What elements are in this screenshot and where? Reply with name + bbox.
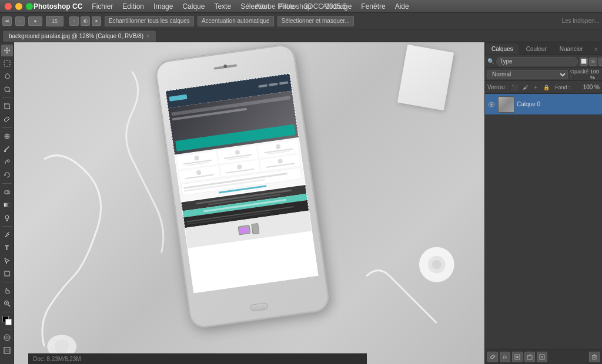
svg-point-7 [7,160,9,162]
sample-options: ○ ◐ ● [69,16,101,26]
lock-position-btn[interactable]: + [531,83,540,92]
menu-affichage[interactable]: Affichage [319,1,356,12]
new-group-btn[interactable] [524,352,535,362]
svg-rect-14 [5,271,9,276]
new-layer-btn[interactable] [537,352,547,362]
phone-mockup [153,43,331,330]
brush-size-field[interactable]: 15 [46,16,63,26]
text-tool-btn[interactable]: T [1,242,13,254]
menu-3d[interactable]: 3D [300,1,317,12]
sample-all-btn[interactable]: Echantillonner tous les calques [105,16,194,26]
layers-panel: 🔍 ⬜ fx T ◻ ⊞ Normal [485,55,602,364]
menu-app[interactable]: Photoshop CC [29,1,86,12]
lock-row: Verrou : ⬛ 🖌 + 🔒 Fond : 100 % [485,81,602,94]
website-content [165,73,318,293]
healing-tool-btn[interactable] [1,130,13,142]
layer-item[interactable]: Calque 0 [485,94,602,115]
filter-fx-icon[interactable]: fx [589,58,597,66]
doc-tab-bar: background paralax.jpg @ 128% (Calque 0,… [0,29,602,42]
eyedropper-tool-btn[interactable] [1,113,13,125]
add-mask-btn[interactable] [512,352,523,362]
close-button[interactable] [5,3,12,10]
brush-mode3-icon[interactable]: ● [92,16,101,26]
pen-tool-btn[interactable] [1,229,13,241]
menu-bar: Photoshop CC Fichier Edition Image Calqu… [29,1,413,12]
brush-mode2-icon[interactable]: ◐ [81,16,90,26]
svg-rect-0 [4,60,10,66]
brush-options-icon[interactable]: · [15,16,25,26]
right-panel: Calques Couleur Nuancier » 🔍 ⬜ fx T ◻ ⊞ [484,42,602,364]
screen-mode-btn[interactable] [1,345,13,356]
menu-edition[interactable]: Edition [118,1,148,12]
menu-selection[interactable]: Sélection [236,1,273,12]
main-layout: T [0,42,602,364]
tool-options-icon: ⇌ [2,16,12,26]
select-mask-btn[interactable]: Sélectionner et masquer... [277,16,354,26]
svg-point-25 [432,260,442,269]
brush-hardness-icon[interactable]: ● [28,16,42,26]
dodge-tool-btn[interactable] [1,212,13,224]
filter-text-icon[interactable]: T [598,58,602,66]
opacity-value[interactable]: 100 % [590,69,600,80]
menu-texte[interactable]: Texte [210,1,235,12]
menu-calque[interactable]: Calque [178,1,209,12]
tab-close-btn[interactable]: × [146,33,150,39]
layer-mode-row: Normal Opacité : 100 % [485,68,602,81]
gradient-tool-btn[interactable] [1,199,13,211]
background-color-swatch[interactable] [5,319,12,325]
zoom-tool-btn[interactable] [1,298,13,309]
hand-tool-btn[interactable] [1,285,13,296]
menu-filtre[interactable]: Filtre [275,1,299,12]
move-tool-btn[interactable] [1,45,13,56]
blend-mode-select[interactable]: Normal [487,70,568,79]
svg-point-1 [5,87,9,92]
fill-label: Fond : [555,85,570,90]
eraser-tool-btn[interactable] [1,186,13,198]
delete-layer-btn[interactable] [589,352,600,362]
lock-label: Verrou : [487,84,508,90]
brush-mode-icon[interactable]: ○ [69,16,79,26]
lock-transparent-btn[interactable]: ⬛ [510,83,519,92]
layer-visibility-btn[interactable] [487,100,496,109]
menu-fichier[interactable]: Fichier [88,1,117,12]
canvas-area[interactable]: Doc: 8,23M/8,23M [14,42,484,364]
lock-image-btn[interactable]: 🖌 [521,83,529,92]
layer-type-filter[interactable] [496,57,578,66]
clone-tool-btn[interactable] [1,156,13,168]
tab-calques[interactable]: Calques [485,43,520,55]
quick-mask-btn[interactable] [1,332,13,343]
tool-sep-1 [2,97,12,98]
menu-fenetre[interactable]: Fenêtre [357,1,389,12]
svg-point-11 [5,215,9,219]
lock-all-btn[interactable]: 🔒 [542,83,550,92]
brush-tool-btn[interactable] [1,143,13,155]
document-tab[interactable]: background paralax.jpg @ 128% (Calque 0,… [2,30,156,42]
doc-tab-label: background paralax.jpg @ 128% (Calque 0,… [9,33,143,39]
status-info: Doc: 8,23M/8,23M [33,356,81,362]
fill-value[interactable]: 100 % [583,84,600,90]
tool-sep-3 [2,183,12,184]
shape-tool-btn[interactable] [1,268,13,279]
svg-rect-9 [7,191,9,194]
tab-nuancier[interactable]: Nuancier [553,43,590,55]
marquee-tool-btn[interactable] [1,58,13,69]
history-brush-tool-btn[interactable] [1,169,13,181]
tab-couleur[interactable]: Couleur [520,43,553,55]
add-style-btn[interactable]: fx [500,352,510,362]
crop-tool-btn[interactable] [1,100,13,112]
layer-search-icon: 🔍 [487,58,494,65]
link-layers-btn[interactable] [487,352,498,362]
minimize-button[interactable] [15,3,22,10]
layer-search-row: 🔍 ⬜ fx T ◻ ⊞ [485,55,602,68]
color-swatch[interactable] [2,316,12,325]
enhance-btn[interactable]: Accentuation automatique [198,16,274,26]
menu-aide[interactable]: Aide [391,1,413,12]
filter-pixel-icon[interactable]: ⬜ [580,58,588,66]
panel-bottom-bar: fx [485,349,602,364]
menu-image[interactable]: Image [149,1,177,12]
path-select-tool-btn[interactable] [1,255,13,267]
panel-tabs: Calques Couleur Nuancier » [485,42,602,55]
quick-select-tool-btn[interactable] [1,83,13,95]
panel-expand-btn[interactable]: » [590,43,602,55]
lasso-tool-btn[interactable] [1,70,13,82]
